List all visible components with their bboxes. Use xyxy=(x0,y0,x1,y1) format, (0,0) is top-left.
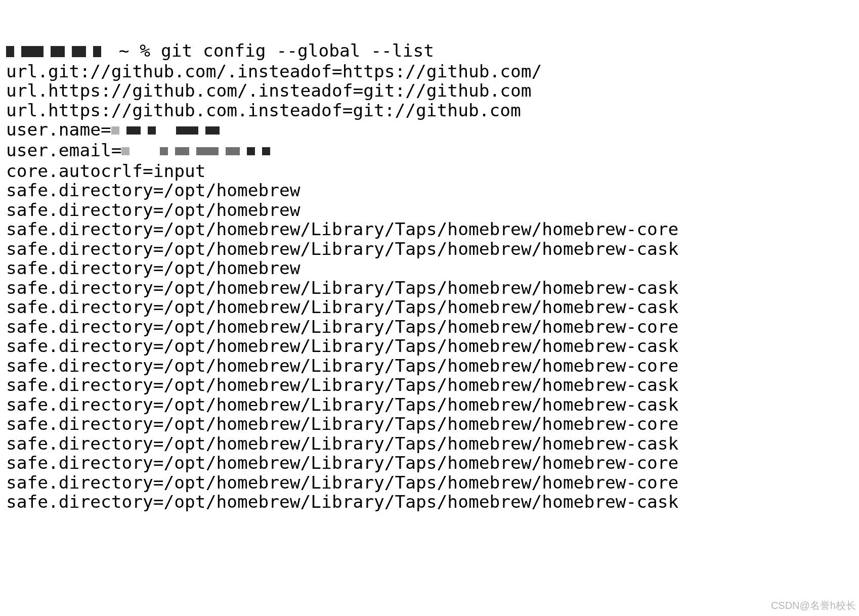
user-email-key: user.email= xyxy=(6,140,121,160)
redacted-user-name xyxy=(111,120,227,140)
output-line: safe.directory=/opt/homebrew xyxy=(6,258,853,278)
redacted-user-email xyxy=(121,140,277,160)
output-line: safe.directory=/opt/homebrew/Library/Tap… xyxy=(6,356,853,376)
output-line: safe.directory=/opt/homebrew/Library/Tap… xyxy=(6,297,853,317)
output-line: safe.directory=/opt/homebrew/Library/Tap… xyxy=(6,278,853,298)
output-line: core.autocrlf=input xyxy=(6,161,853,181)
output-line: safe.directory=/opt/homebrew/Library/Tap… xyxy=(6,395,853,415)
output-line: safe.directory=/opt/homebrew/Library/Tap… xyxy=(6,317,853,337)
prompt-line: ~ % git config --global --list xyxy=(6,41,853,62)
terminal-output: ~ % git config --global --listurl.git://… xyxy=(0,0,859,533)
output-line: safe.directory=/opt/homebrew xyxy=(6,181,853,200)
output-line: url.https://github.com/.insteadof=git://… xyxy=(6,81,853,101)
output-line: safe.directory=/opt/homebrew/Library/Tap… xyxy=(6,336,853,356)
prompt-sep: % xyxy=(140,40,150,61)
output-line: safe.directory=/opt/homebrew/Library/Tap… xyxy=(6,239,853,259)
output-line: url.git://github.com/.insteadof=https://… xyxy=(6,62,853,81)
output-line: safe.directory=/opt/homebrew/Library/Tap… xyxy=(6,414,853,434)
output-line: safe.directory=/opt/homebrew/Library/Tap… xyxy=(6,492,853,512)
output-line: user.name= xyxy=(6,120,853,141)
redacted-user-host xyxy=(6,40,108,60)
prompt-command: git config --global --list xyxy=(161,40,434,61)
output-line: url.https://github.com.insteadof=git://g… xyxy=(6,101,853,120)
output-line: safe.directory=/opt/homebrew/Library/Tap… xyxy=(6,219,853,239)
output-line: safe.directory=/opt/homebrew/Library/Tap… xyxy=(6,473,853,493)
user-name-key: user.name= xyxy=(6,119,111,140)
output-line: safe.directory=/opt/homebrew xyxy=(6,200,853,220)
output-line: safe.directory=/opt/homebrew/Library/Tap… xyxy=(6,434,853,454)
output-line: user.email= xyxy=(6,141,853,161)
watermark: CSDN@名誉h校长 xyxy=(771,596,856,615)
output-line: safe.directory=/opt/homebrew/Library/Tap… xyxy=(6,375,853,395)
output-line: safe.directory=/opt/homebrew/Library/Tap… xyxy=(6,453,853,473)
prompt-dir: ~ xyxy=(119,40,130,61)
